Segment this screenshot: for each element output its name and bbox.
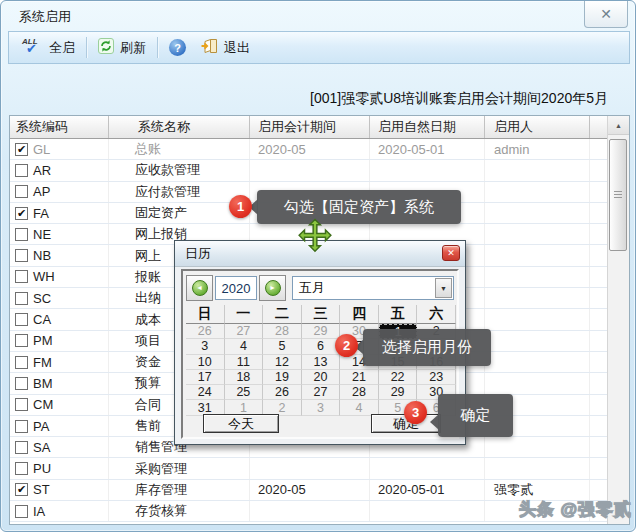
calendar-day[interactable]: 11 (225, 355, 264, 370)
system-code-cell: BM (10, 373, 109, 393)
row-checkbox[interactable] (15, 441, 28, 454)
enable-all-label: 全启 (49, 39, 75, 57)
help-button[interactable]: ? (162, 37, 193, 58)
row-checkbox[interactable]: ✔ (15, 207, 28, 220)
calendar-day[interactable]: 28 (340, 385, 379, 400)
year-prev-button[interactable]: ◄ (186, 275, 213, 301)
user-cell (485, 458, 590, 478)
system-code-cell: AR (10, 160, 109, 180)
system-code-cell: PM (10, 331, 109, 351)
calendar-day[interactable]: 22 (379, 370, 418, 385)
system-code: IA (33, 504, 45, 519)
system-code: PU (33, 461, 51, 476)
refresh-button[interactable]: 刷新 (91, 36, 153, 59)
calendar-day[interactable]: 13 (302, 355, 341, 370)
scrollbar-thumb[interactable] (609, 139, 627, 251)
col-header-system-name[interactable]: 系统名称 (109, 116, 250, 138)
system-code: CA (33, 312, 51, 327)
step-badge-1: 1 (229, 195, 252, 218)
system-code: FM (33, 355, 52, 370)
vertical-scrollbar[interactable]: ▲ (607, 116, 629, 524)
calendar-day[interactable]: 29 (379, 385, 418, 400)
calendar-day[interactable]: 25 (225, 385, 264, 400)
calendar-day[interactable]: 18 (225, 370, 264, 385)
user-cell (485, 203, 590, 223)
system-code: ST (33, 482, 50, 497)
calendar-day[interactable]: 12 (263, 355, 302, 370)
enable-all-button[interactable]: ALL✔ 全启 (15, 36, 82, 59)
step-badge-2: 2 (335, 334, 358, 357)
row-checkbox[interactable]: ✔ (15, 483, 28, 496)
row-checkbox[interactable] (15, 270, 28, 283)
system-code-cell: IA (10, 501, 109, 521)
annotation-text: 确定 (461, 406, 491, 425)
calendar-day[interactable]: 23 (417, 370, 456, 385)
system-code-cell: CA (10, 309, 109, 329)
col-header-date[interactable]: 启用自然日期 (370, 116, 485, 138)
row-checkbox[interactable] (15, 462, 28, 475)
system-code-cell: ✔ST (10, 480, 109, 500)
calendar-day[interactable]: 24 (186, 385, 225, 400)
row-checkbox[interactable] (15, 228, 28, 241)
row-checkbox[interactable] (15, 398, 28, 411)
row-checkbox[interactable] (15, 185, 28, 198)
user-cell (485, 288, 590, 308)
calendar-day[interactable]: 17 (186, 370, 225, 385)
col-header-user[interactable]: 启用人 (485, 116, 590, 138)
calendar-day[interactable]: 26 (263, 385, 302, 400)
calendar-day[interactable]: 27 (302, 385, 341, 400)
system-code: FA (33, 206, 49, 221)
chevron-down-icon[interactable]: ▼ (435, 278, 452, 298)
date-cell: 2020-05-01 (370, 139, 485, 159)
year-field[interactable]: 2020 (215, 276, 257, 300)
table-row[interactable]: PU采购管理 (10, 458, 610, 479)
row-checkbox[interactable] (15, 377, 28, 390)
period-cell: 2020-05 (250, 480, 370, 500)
year-next-button[interactable]: ► (259, 275, 286, 301)
table-row[interactable]: AR应收款管理 (10, 160, 610, 181)
month-value: 五月 (299, 279, 325, 297)
calendar-day[interactable]: 29 (302, 324, 341, 339)
calendar-day[interactable]: 28 (263, 324, 302, 339)
exit-label: 退出 (224, 39, 250, 57)
row-checkbox[interactable] (15, 356, 28, 369)
row-checkbox[interactable] (15, 505, 28, 518)
system-code: SA (33, 440, 50, 455)
system-code-cell: CM (10, 395, 109, 415)
calendar-day[interactable]: 21 (340, 370, 379, 385)
row-checkbox[interactable] (15, 313, 28, 326)
help-icon: ? (169, 39, 186, 56)
calendar-day[interactable]: 3 (302, 400, 341, 415)
row-checkbox[interactable] (15, 292, 28, 305)
calendar-day[interactable]: 26 (186, 324, 225, 339)
col-header-period[interactable]: 启用会计期间 (250, 116, 370, 138)
exit-button[interactable]: 退出 (193, 36, 257, 59)
window-close-button[interactable]: ✕ (584, 1, 628, 28)
user-cell (485, 373, 590, 393)
row-checkbox[interactable] (15, 420, 28, 433)
row-checkbox[interactable] (15, 164, 28, 177)
row-checkbox[interactable] (15, 334, 28, 347)
scroll-up-arrow-icon[interactable]: ▲ (608, 116, 629, 135)
calendar-day[interactable]: 3 (186, 339, 225, 354)
month-dropdown[interactable]: 五月 ▼ (292, 276, 454, 300)
toolbar-separator (86, 37, 87, 58)
row-checkbox[interactable]: ✔ (15, 143, 28, 156)
calendar-day[interactable]: 19 (263, 370, 302, 385)
calendar-day[interactable]: 5 (263, 339, 302, 354)
calendar-day[interactable]: 20 (302, 370, 341, 385)
system-name-cell: 库存管理 (109, 480, 250, 500)
system-code: AR (33, 163, 51, 178)
row-checkbox[interactable] (15, 249, 28, 262)
system-code: CM (33, 397, 53, 412)
table-row[interactable]: ✔GL总账2020-052020-05-01admin (10, 139, 610, 160)
calendar-day[interactable]: 4 (225, 339, 264, 354)
user-cell (485, 267, 590, 287)
calendar-day[interactable]: 10 (186, 355, 225, 370)
today-button[interactable]: 今天 (203, 414, 279, 433)
calendar-close-button[interactable]: ✕ (442, 245, 460, 261)
system-name-cell: 存货核算 (109, 501, 250, 521)
col-header-system-code[interactable]: 系统编码 (10, 116, 109, 138)
calendar-day[interactable]: 27 (225, 324, 264, 339)
user-cell (485, 224, 590, 244)
